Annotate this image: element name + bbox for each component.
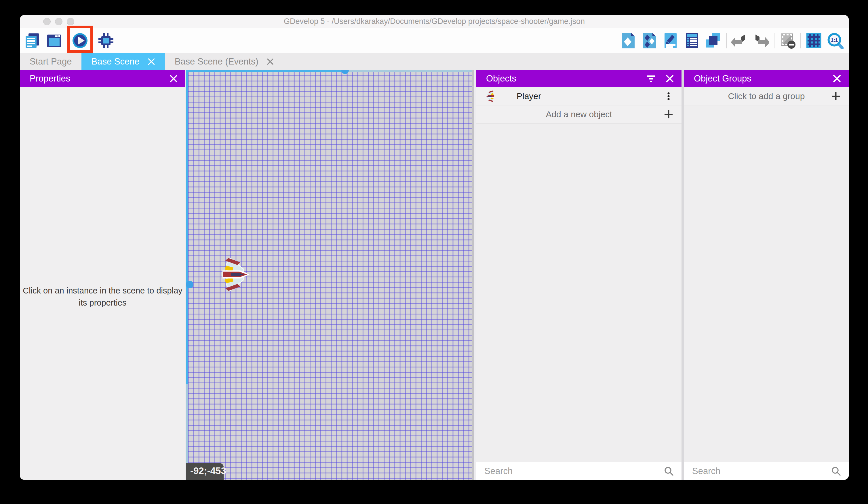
groups-panel-body <box>684 105 849 462</box>
preview-play-wrap <box>72 32 89 49</box>
close-tab-icon[interactable] <box>148 58 155 65</box>
preview-play-icon[interactable] <box>72 32 89 49</box>
objects-panel: Objects Player <box>476 70 682 480</box>
game-window-top-border <box>188 70 472 72</box>
object-menu-icon[interactable] <box>664 91 673 101</box>
properties-empty-line1: Click on an instance in the scene to dis… <box>20 284 185 296</box>
add-group-plus-icon[interactable] <box>831 91 841 101</box>
scene-grid[interactable] <box>188 70 472 480</box>
properties-edit-icon[interactable] <box>662 32 679 49</box>
filter-icon[interactable] <box>647 74 655 83</box>
toolbar-left <box>20 32 114 49</box>
toolbar-separator <box>774 33 774 48</box>
add-object-row[interactable]: Add a new object <box>476 105 682 123</box>
panel-divider[interactable] <box>682 70 684 480</box>
undo-icon[interactable] <box>731 32 748 49</box>
add-group-row[interactable]: Click to add a group <box>684 87 849 105</box>
object-groups-panel: Object Groups Click to add a group <box>684 70 849 480</box>
object-groups-icon[interactable] <box>641 32 658 49</box>
properties-empty-message: Click on an instance in the scene to dis… <box>20 284 185 309</box>
objects-panel-body <box>476 123 682 462</box>
debugger-icon[interactable] <box>97 32 114 49</box>
scene-window-icon[interactable] <box>46 32 62 49</box>
game-window-left-border <box>186 70 188 480</box>
toolbar-right: 1:1 <box>620 32 849 49</box>
tab-base-scene[interactable]: Base Scene <box>81 53 165 70</box>
objects-editor-icon[interactable] <box>620 32 636 49</box>
groups-search-row <box>684 462 849 480</box>
panel-title: Properties <box>30 73 70 84</box>
toolbar-separator <box>800 33 801 48</box>
close-panel-icon[interactable] <box>833 74 841 83</box>
close-panel-icon[interactable] <box>169 74 178 83</box>
tab-label: Start Page <box>30 57 72 67</box>
grid-icon[interactable] <box>806 32 822 49</box>
add-group-label: Click to add a group <box>728 91 805 101</box>
tabbar: Start Page Base Scene Base Scene (Events… <box>20 53 849 70</box>
redo-icon[interactable] <box>753 32 769 49</box>
app-window: GDevelop 5 - /Users/dkarakay/Documents/G… <box>20 15 849 480</box>
window-title: GDevelop 5 - /Users/dkarakay/Documents/G… <box>20 15 849 28</box>
objects-panel-header: Objects <box>476 70 682 87</box>
zoom-original-icon[interactable]: 1:1 <box>827 32 844 49</box>
close-tab-icon[interactable] <box>267 58 274 65</box>
project-manager-icon[interactable] <box>24 32 41 49</box>
panel-title: Object Groups <box>694 73 752 84</box>
toolbar-separator <box>726 33 727 48</box>
close-panel-icon[interactable] <box>665 74 674 83</box>
scene-canvas[interactable]: -92;-453 <box>185 70 476 480</box>
tab-label: Base Scene (Events) <box>175 57 258 67</box>
tab-base-scene-events[interactable]: Base Scene (Events) <box>165 53 284 70</box>
tab-start-page[interactable]: Start Page <box>20 53 81 70</box>
objects-search-input[interactable] <box>476 466 664 476</box>
properties-panel-header: Properties <box>20 70 185 87</box>
titlebar: GDevelop 5 - /Users/dkarakay/Documents/G… <box>20 15 849 28</box>
player-thumbnail-icon <box>484 90 496 102</box>
toolbar: 1:1 <box>20 28 849 53</box>
panel-title: Objects <box>486 73 516 84</box>
object-groups-panel-header: Object Groups <box>684 70 849 87</box>
search-icon[interactable] <box>664 466 674 476</box>
objects-search-row <box>476 462 682 480</box>
window-mask-icon[interactable] <box>779 32 796 49</box>
search-icon[interactable] <box>831 466 841 476</box>
main-area: Properties Click on an instance in the s… <box>20 70 849 480</box>
properties-panel: Properties Click on an instance in the s… <box>20 70 185 480</box>
add-object-label: Add a new object <box>546 109 612 119</box>
svg-text:1:1: 1:1 <box>831 38 838 43</box>
object-row-player[interactable]: Player <box>476 87 682 105</box>
properties-empty-line2: its properties <box>20 296 185 309</box>
tab-label: Base Scene <box>91 57 139 67</box>
canvas-scrollbar[interactable] <box>472 70 476 480</box>
layers-icon[interactable] <box>705 32 722 49</box>
instances-list-icon[interactable] <box>683 32 700 49</box>
object-name: Player <box>517 91 541 101</box>
groups-search-input[interactable] <box>684 466 831 476</box>
add-object-plus-icon[interactable] <box>664 109 673 119</box>
cursor-coordinates-badge: -92;-453 <box>186 463 224 480</box>
